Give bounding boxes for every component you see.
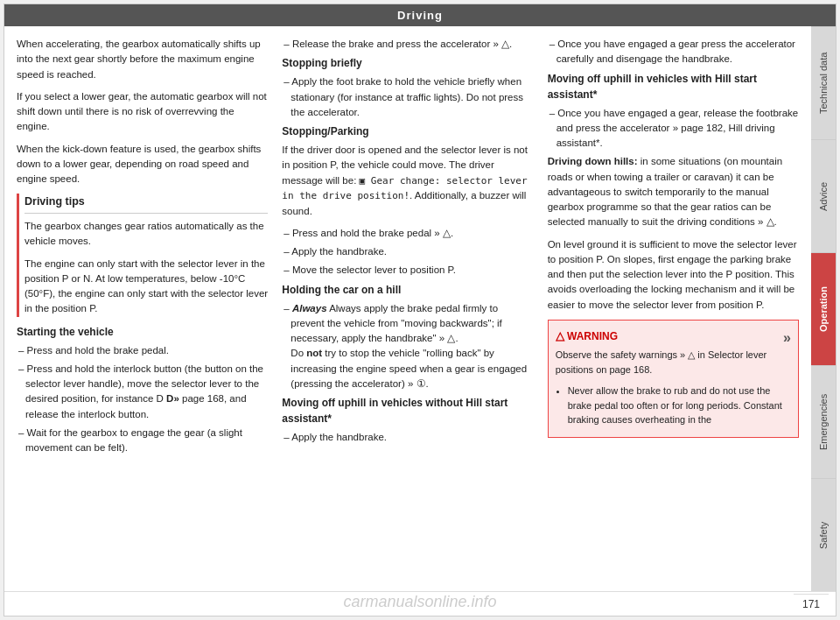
chevron-right-icon: » [783,328,791,349]
warning-triangle-icon: △ [556,329,564,342]
column-2: – Release the brake and press the accele… [282,37,533,581]
warning-bullet: Never allow the brake to rub and do not … [568,384,791,427]
driving-tips-title: Driving tips [24,194,268,214]
tips-p2: The engine can only start with the selec… [24,257,268,317]
tab-safety[interactable]: Safety [811,478,836,591]
start-item3: – Wait for the gearbox to engage the gea… [17,426,268,456]
moving-uphill-title: Moving off uphill in vehicles without Hi… [282,395,533,426]
starting-title: Starting the vehicle [17,324,268,340]
stopping-parking-p: If the driver door is opened and the sel… [282,143,533,219]
tab-emergencies[interactable]: Emergencies [811,365,836,478]
moving-off-item: – Once you have engaged a gear, release … [548,106,799,151]
moving-uphill-item: – Apply the handbrake. [282,430,533,445]
start-item2: – Press and hold the interlock button (t… [17,362,268,422]
warning-p1: Observe the safety warnings » △ in Selec… [556,348,791,377]
sp-item1: – Press and hold the brake pedal » △. [282,226,533,241]
tab-operation[interactable]: Operation [811,252,836,365]
holding-title: Holding the car on a hill [282,282,533,298]
holding-item: – Always Always apply the brake pedal fi… [282,301,533,392]
warning-list: Never allow the brake to rub and do not … [556,384,791,427]
release-item-col3: – Once you have engaged a gear press the… [548,37,799,67]
stopping-briefly-title: Stopping briefly [282,55,533,71]
column-3: – Once you have engaged a gear press the… [548,37,799,581]
stopping-parking-title: Stopping/Parking [282,123,533,139]
moving-off-title: Moving off uphill in vehicles with Hill … [548,71,799,102]
driving-tips-box: Driving tips The gearbox changes gear ra… [17,194,268,316]
tab-technical-data[interactable]: Technical data [811,26,836,139]
stopping-briefly-item: – Apply the foot brake to hold the vehic… [282,74,533,120]
column-1: When accelerating, the gearbox automatic… [17,37,268,581]
page-footer: 171 [4,591,836,616]
page-title: Driving [397,9,443,22]
intro-p3: When the kick-down feature is used, the … [17,142,268,187]
intro-p1: When accelerating, the gearbox automatic… [17,37,268,82]
start-item1: – Press and hold the brake pedal. [17,343,268,358]
right-tabs: Technical data Advice Operation Emergenc… [811,26,836,591]
tips-p1: The gearbox changes gear ratios automati… [24,219,268,250]
sp-item2: – Apply the handbrake. [282,244,533,259]
warning-box: △ WARNING » Observe the safety warnings … [548,320,799,438]
page-header: Driving [4,4,836,26]
on-level-p: On level ground it is sufficient to move… [548,237,799,313]
intro-p2: If you select a lower gear, the automati… [17,89,268,135]
warning-title: △ WARNING » [556,328,791,345]
sp-item3: – Move the selector lever to position P. [282,263,533,278]
release-item: – Release the brake and press the accele… [282,37,533,52]
page-number: 171 [794,594,829,614]
tab-advice[interactable]: Advice [811,139,836,252]
driving-down-p: Driving down hills: in some situations (… [548,154,799,229]
